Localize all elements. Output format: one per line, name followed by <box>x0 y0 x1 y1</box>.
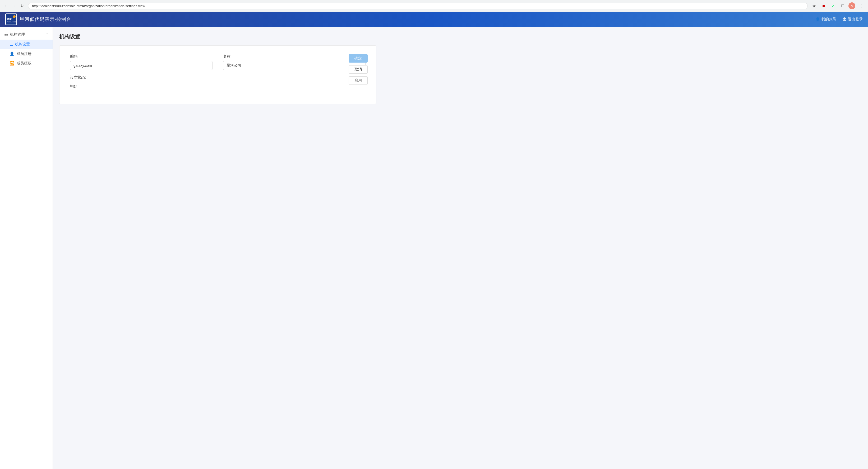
svg-text:WWW.LINKGIE.COM: WWW.LINKGIE.COM <box>7 21 17 23</box>
menu-button[interactable]: ⋮ <box>858 2 865 9</box>
my-account-label: 我的账号 <box>822 17 836 22</box>
sidebar-item-member-register[interactable]: 👤 成员注册 <box>0 49 53 59</box>
nav-buttons: ← → ↻ <box>3 3 25 9</box>
account-icon: 👤 <box>815 17 820 22</box>
sidebar-item-member-register-label: 成员注册 <box>17 52 31 56</box>
svg-text:链聚: 链聚 <box>7 18 12 20</box>
url-text: http://localhost:8080/console.html#/orga… <box>32 4 145 8</box>
main-layout: ☷ 机构管理 ⌃ ☰ 机构设置 👤 成员注册 🔁 成员授权 机构设置 <box>0 27 868 469</box>
sidebar-item-org-settings[interactable]: ☰ 机构设置 <box>0 40 53 49</box>
enable-button[interactable]: 启用 <box>349 76 368 85</box>
bookmark-button[interactable]: ★ <box>810 2 818 9</box>
sidebar-item-member-auth[interactable]: 🔁 成员授权 <box>0 59 53 68</box>
confirm-button[interactable]: 确定 <box>349 54 368 63</box>
logout-link[interactable]: ⏻ 退出登录 <box>843 17 863 22</box>
sidebar-item-org-settings-label: 机构设置 <box>15 42 30 47</box>
back-button[interactable]: ← <box>3 3 9 9</box>
name-input[interactable] <box>223 61 366 70</box>
form-row-code-name: 编码: 名称: <box>70 54 366 70</box>
sidebar-group-org: ☷ 机构管理 ⌃ ☰ 机构设置 👤 成员注册 🔁 成员授权 <box>0 29 53 68</box>
refresh-button[interactable]: ↻ <box>19 3 25 9</box>
my-account-link[interactable]: 👤 我的账号 <box>815 17 836 22</box>
logout-label: 退出登录 <box>848 17 863 22</box>
form-group-name: 名称: <box>223 54 366 70</box>
settings-icon: ☰ <box>9 42 13 47</box>
form-card: 确定 取消 启用 编码: 名称: 设立状态: 初始 <box>59 45 376 104</box>
logout-icon: ⏻ <box>843 17 846 22</box>
logo-icon: 链聚 WWW.LINKGIE.COM <box>5 13 17 25</box>
status-label: 设立状态: <box>70 75 366 80</box>
content-area: 机构设置 确定 取消 启用 编码: 名称: 设立状 <box>53 27 868 469</box>
sidebar-item-member-auth-label: 成员授权 <box>17 61 31 66</box>
action-buttons: 确定 取消 启用 <box>349 54 368 85</box>
sidebar-group-org-header[interactable]: ☷ 机构管理 ⌃ <box>0 29 53 40</box>
svg-point-3 <box>13 15 16 18</box>
org-management-icon: ☷ <box>4 32 8 37</box>
page-title: 机构设置 <box>59 33 862 40</box>
extension-button-2[interactable]: ✓ <box>829 2 837 9</box>
cancel-button[interactable]: 取消 <box>349 65 368 74</box>
forward-button[interactable]: → <box>11 3 18 9</box>
form-group-code: 编码: <box>70 54 213 70</box>
nav-right: 👤 我的账号 ⏻ 退出登录 <box>815 17 863 22</box>
chevron-up-icon: ⌃ <box>46 33 49 36</box>
app-title: 星河低代码演示·控制台 <box>20 16 71 23</box>
code-input[interactable] <box>70 61 213 70</box>
sidebar-group-label: 机构管理 <box>10 32 25 37</box>
profile-button[interactable]: A <box>848 2 855 9</box>
auth-icon: 🔁 <box>9 61 14 66</box>
browser-action-buttons: ★ ■ ✓ □ A ⋮ <box>810 2 865 9</box>
register-icon: 👤 <box>9 52 14 56</box>
form-status-row: 设立状态: 初始 <box>70 75 366 91</box>
browser-chrome: ← → ↻ http://localhost:8080/console.html… <box>0 0 868 12</box>
sidebar: ☷ 机构管理 ⌃ ☰ 机构设置 👤 成员注册 🔁 成员授权 <box>0 27 53 469</box>
status-value: 初始 <box>70 82 366 91</box>
extension-button-3[interactable]: □ <box>839 2 846 9</box>
address-bar[interactable]: http://localhost:8080/console.html#/orga… <box>28 3 808 9</box>
extension-button-1[interactable]: ■ <box>820 2 827 9</box>
logo-area: 链聚 WWW.LINKGIE.COM 星河低代码演示·控制台 <box>5 13 71 25</box>
top-nav: 链聚 WWW.LINKGIE.COM 星河低代码演示·控制台 👤 我的账号 ⏻ … <box>0 12 868 27</box>
name-label: 名称: <box>223 54 366 59</box>
code-label: 编码: <box>70 54 213 59</box>
sidebar-group-left: ☷ 机构管理 <box>4 32 25 37</box>
